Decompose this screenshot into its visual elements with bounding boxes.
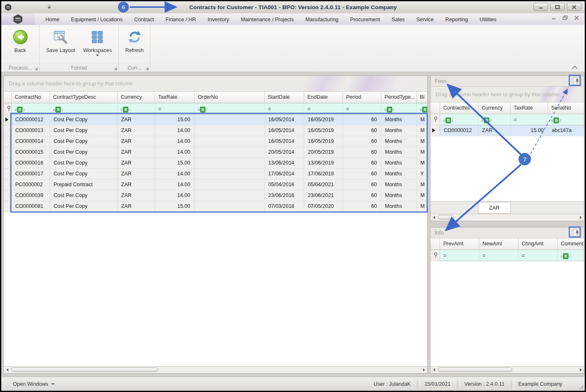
text-filter-icon[interactable]: aBc [385, 107, 395, 112]
column-header[interactable]: TaxRate [155, 92, 194, 103]
text-filter-icon[interactable]: aBc [561, 253, 571, 259]
scrollbar-thumb[interactable] [11, 367, 158, 372]
column-header[interactable]: Bi [416, 92, 428, 103]
column-header[interactable]: TaxRate [510, 102, 548, 114]
ribbon-tab[interactable]: Equipment / Locations [65, 14, 128, 25]
minimize-button[interactable] [533, 3, 548, 11]
workspaces-button[interactable]: Workspaces [80, 27, 115, 58]
text-filter-icon[interactable]: aBc [198, 107, 208, 112]
ribbon-tab[interactable]: Finance / HR [160, 14, 202, 25]
text-filter-icon[interactable]: aBc [53, 107, 63, 112]
table-row[interactable]: PC0000002 Prepaid Contract ZAR 14.00 05/… [4, 179, 428, 190]
column-header[interactable]: PrevAmt [440, 238, 479, 250]
table-row[interactable]: CO0000014 Cost Per Copy ZAR 14.00 16/05/… [4, 136, 428, 147]
mdi-close-button[interactable] [574, 16, 579, 20]
column-header[interactable]: Currency [117, 92, 155, 103]
save-layout-button[interactable]: Save Layout [43, 27, 78, 55]
column-header[interactable]: PeriodType... [381, 92, 416, 103]
ribbon-tab[interactable]: Maintenance / Projects [235, 14, 300, 25]
ribbon-tab[interactable]: Home [40, 14, 65, 25]
column-header[interactable]: NewAmt [479, 238, 518, 250]
scroll-left-icon[interactable] [4, 367, 10, 373]
row-indicator [4, 179, 11, 190]
scrollbar-thumb[interactable] [438, 215, 454, 220]
column-header[interactable]: Currency [478, 102, 510, 114]
open-windows-button[interactable]: Open Windows [13, 381, 55, 387]
ribbon-tab[interactable]: Utilities [474, 14, 502, 25]
dialog-launcher-icon[interactable] [34, 67, 38, 70]
table-row[interactable]: CO0000015 Cost Per Copy ZAR 14.00 20/05/… [4, 147, 428, 157]
ribbon-tab[interactable]: Service [411, 14, 440, 25]
maximize-button[interactable] [550, 3, 565, 11]
scroll-right-icon[interactable] [421, 367, 427, 373]
numeric-filter-icon[interactable]: = [483, 252, 486, 259]
scroll-right-icon[interactable] [577, 367, 584, 373]
info-autohide-pin-button[interactable] [573, 229, 581, 237]
scroll-left-icon[interactable] [431, 214, 437, 221]
column-header[interactable]: Comment [557, 238, 584, 250]
ribbon-tab[interactable]: Manufacturing [300, 14, 344, 25]
table-row[interactable]: CO0000012 Cost Per Copy ZAR 15.00 16/05/… [4, 114, 428, 125]
column-header[interactable]: StartDate [264, 92, 304, 103]
resize-grip-icon[interactable] [578, 384, 583, 390]
numeric-filter-icon[interactable]: = [268, 106, 271, 112]
ribbon-tab[interactable]: Reporting [440, 14, 474, 25]
table-row[interactable]: CO0000039 Cost Per Copy ZAR 14.00 23/06/… [4, 190, 428, 201]
refresh-button[interactable]: Refresh [122, 27, 148, 55]
back-button[interactable]: Back [8, 27, 33, 55]
close-button[interactable] [567, 3, 581, 11]
table-row[interactable]: CO0000013 Cost Per Copy ZAR 14.00 16/05/… [4, 125, 428, 136]
group-by-hint: Drag a column header here to group by th… [9, 80, 133, 87]
collapse-ribbon-icon[interactable] [571, 65, 578, 70]
numeric-filter-icon[interactable]: = [308, 106, 311, 112]
column-header[interactable]: ContractTypeDesc [50, 92, 117, 103]
table-row[interactable]: CO0000016 Cost Per Copy ZAR 15.00 13/06/… [4, 157, 428, 168]
fees-autohide-pin-button[interactable] [573, 77, 581, 85]
table-row[interactable]: CO0000012 ZAR 15.00 abc147a [431, 125, 584, 136]
header-row: ContractNo ContractTypeDesc Currency Tax… [4, 92, 428, 103]
column-header[interactable]: ChngAmt [518, 238, 557, 250]
text-filter-icon[interactable]: aBc [15, 107, 25, 112]
back-label: Back [15, 47, 26, 53]
scroll-left-icon[interactable] [431, 367, 437, 373]
mdi-restore-button[interactable] [563, 15, 568, 20]
fees-panel-title: Fees [435, 78, 447, 84]
dialog-launcher-icon[interactable] [113, 67, 117, 70]
numeric-filter-icon[interactable]: = [522, 252, 525, 259]
text-filter-icon[interactable]: aBc [443, 117, 453, 123]
group-by-bar[interactable]: Drag a column header here to group by th… [4, 76, 427, 92]
numeric-filter-icon[interactable]: = [346, 106, 349, 112]
ribbon-tab[interactable]: Contract [128, 14, 160, 25]
column-header[interactable]: EndDate [304, 92, 343, 103]
status-date: 15/01/2021 [418, 381, 457, 387]
text-filter-icon[interactable]: aBc [121, 107, 131, 112]
ribbon-tab[interactable]: Inventory [202, 14, 235, 25]
application-menu-button[interactable] [1, 13, 35, 25]
dialog-launcher-icon[interactable] [145, 67, 149, 70]
column-header[interactable]: SerialNo [548, 102, 584, 114]
text-filter-icon[interactable]: aBc [482, 117, 492, 123]
fees-horizontal-scrollbar[interactable] [431, 214, 584, 221]
ribbon-tab[interactable]: Procurement [344, 14, 386, 25]
text-filter-icon[interactable]: aB [420, 107, 428, 112]
pin-icon [575, 230, 579, 235]
info-horizontal-scrollbar[interactable] [431, 366, 584, 373]
column-header[interactable]: Period [343, 92, 381, 103]
numeric-filter-icon[interactable]: = [514, 117, 517, 123]
table-row[interactable]: CO0000017 Cost Per Copy ZAR 14.00 17/06/… [4, 168, 428, 179]
column-header[interactable]: OrderNo [194, 92, 264, 103]
column-header[interactable]: ContractNo [440, 102, 478, 114]
numeric-filter-icon[interactable]: = [158, 106, 161, 112]
main-grid-horizontal-scrollbar[interactable] [4, 366, 427, 373]
ribbon-tab[interactable]: Sales [386, 14, 411, 25]
minimize-icon [538, 5, 543, 9]
numeric-filter-icon[interactable]: = [443, 252, 446, 259]
table-row[interactable]: CO0000081 Cost Per Copy ZAR 15.00 07/03/… [4, 201, 428, 212]
header-row: ContractNo Currency TaxRate SerialNo [431, 102, 584, 114]
scroll-right-icon[interactable] [577, 214, 584, 221]
fees-group-by-bar[interactable]: Drag a column header here to group by th… [431, 87, 584, 102]
scrollbar-thumb[interactable] [438, 367, 512, 372]
mdi-minimize-button[interactable] [552, 16, 556, 20]
text-filter-icon[interactable]: aBc [551, 117, 561, 123]
column-header[interactable]: ContractNo [11, 92, 50, 103]
